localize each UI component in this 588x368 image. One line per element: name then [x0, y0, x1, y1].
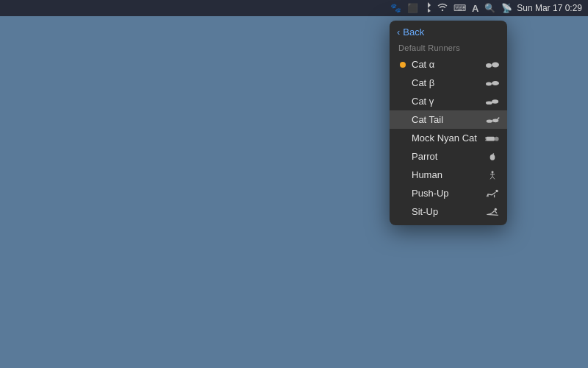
item-left: Sit-Up: [400, 206, 438, 217]
svg-point-12: [490, 154, 495, 160]
svg-point-7: [492, 99, 498, 103]
list-item[interactable]: Parrot: [390, 147, 507, 166]
section-label: Default Runners: [390, 42, 507, 55]
item-label: Cat γ: [412, 96, 434, 107]
human-icon: [484, 170, 500, 180]
item-left: Cat γ: [400, 96, 434, 107]
pushup-icon: [484, 188, 500, 199]
list-item[interactable]: Mock Nyan Cat: [390, 129, 507, 147]
svg-point-13: [491, 155, 492, 156]
list-item[interactable]: Cat β: [390, 74, 507, 92]
cat-beta-icon: [484, 78, 500, 88]
menubar-time: Sun Mar 17 0:29: [517, 3, 582, 13]
item-left: Human: [400, 169, 442, 180]
list-item[interactable]: Sit-Up: [390, 202, 507, 221]
svg-point-3: [493, 63, 495, 65]
selected-indicator: [400, 62, 406, 68]
text-input-icon[interactable]: A: [472, 3, 478, 14]
item-label: Mock Nyan Cat: [412, 132, 477, 144]
runner-menubar-icon[interactable]: 🐾: [390, 3, 401, 13]
item-left: Push-Up: [400, 188, 449, 199]
svg-point-11: [495, 136, 499, 141]
item-label: Push-Up: [412, 188, 449, 199]
back-label: Back: [403, 26, 424, 38]
svg-point-19: [495, 189, 498, 191]
svg-line-17: [490, 176, 492, 179]
svg-point-22: [495, 208, 497, 210]
list-item[interactable]: Cat γ: [390, 92, 507, 110]
item-left: Cat Tail: [400, 114, 443, 125]
item-left: Parrot: [400, 151, 437, 162]
menubar-icons: 🐾 ⬛ ⌨ A 🔍 📡: [390, 2, 512, 15]
cat-alpha-icon: [484, 60, 500, 70]
keyboard-icon[interactable]: ⌨: [453, 3, 466, 13]
airdrop-icon[interactable]: 📡: [501, 3, 512, 13]
bluetooth-icon[interactable]: [424, 2, 431, 15]
back-button[interactable]: ‹ Back: [390, 21, 507, 42]
situp-icon: [484, 207, 500, 217]
cat-gamma-icon: [484, 96, 500, 107]
svg-point-1: [486, 63, 492, 68]
item-label: Human: [412, 169, 442, 180]
svg-rect-10: [486, 136, 494, 141]
cat-tail-icon: [484, 115, 500, 125]
svg-point-2: [492, 62, 499, 67]
svg-point-14: [492, 171, 494, 173]
svg-point-4: [486, 82, 492, 85]
svg-point-0: [442, 10, 443, 11]
list-item[interactable]: Human: [390, 166, 507, 184]
item-label: Sit-Up: [412, 206, 438, 217]
svg-line-23: [487, 214, 498, 215]
svg-point-6: [486, 101, 492, 105]
svg-line-18: [492, 176, 495, 179]
item-label: Cat α: [412, 59, 434, 70]
svg-point-8: [487, 119, 492, 122]
parrot-icon: [484, 152, 500, 162]
list-item[interactable]: Cat Tail: [390, 110, 507, 129]
item-label: Cat Tail: [412, 114, 443, 125]
item-left: Mock Nyan Cat: [400, 132, 477, 144]
list-item[interactable]: Push-Up: [390, 184, 507, 202]
wifi-icon[interactable]: [437, 3, 448, 13]
menubar: 🐾 ⬛ ⌨ A 🔍 📡 Sun Mar 17 0:29: [0, 0, 588, 16]
item-label: Parrot: [412, 151, 437, 162]
item-left: Cat β: [400, 77, 434, 88]
nyan-cat-icon: [479, 133, 500, 144]
search-icon[interactable]: 🔍: [484, 3, 495, 13]
svg-point-5: [492, 81, 499, 85]
display-icon[interactable]: ⬛: [407, 3, 418, 13]
runner-panel: ‹ Back Default Runners Cat α Cat β: [390, 21, 507, 225]
item-left: Cat α: [400, 59, 434, 70]
list-item[interactable]: Cat α: [390, 55, 507, 74]
item-label: Cat β: [412, 77, 434, 88]
back-chevron-icon: ‹: [397, 26, 400, 38]
